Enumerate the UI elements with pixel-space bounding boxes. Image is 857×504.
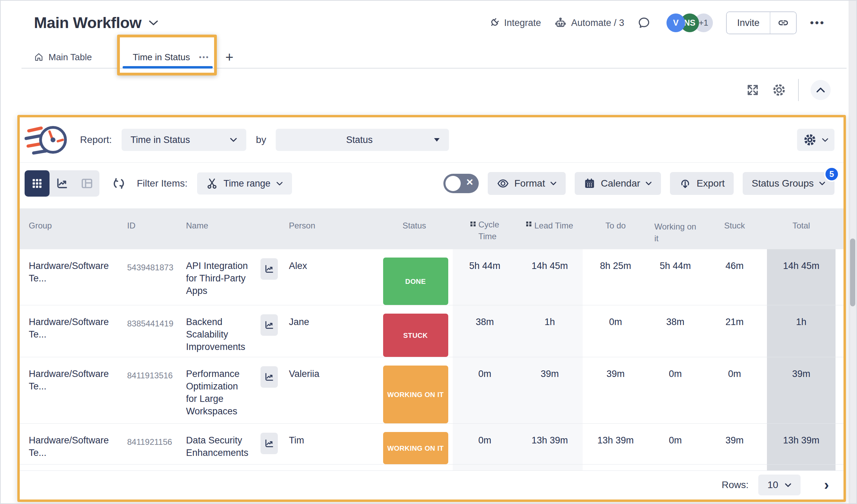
- integrate-button[interactable]: Integrate: [487, 17, 541, 29]
- chart-icon: [264, 320, 274, 330]
- cell-id: 8385441419: [124, 305, 181, 357]
- cell-id: 8411913516: [124, 357, 181, 423]
- integrate-label: Integrate: [504, 18, 541, 28]
- triangle-down-icon: [434, 138, 440, 142]
- controls-divider: [798, 79, 799, 101]
- time-in-status-widget: Report: Time in Status by Status: [20, 117, 843, 500]
- col-header-stuck[interactable]: Stuck: [702, 208, 767, 249]
- cell-cycle-time: 5h 44m: [453, 249, 517, 305]
- table-row[interactable]: Hardware/Software Te... 8411913516 Perfo…: [20, 357, 843, 424]
- col-header-id[interactable]: ID: [124, 208, 181, 249]
- copy-link-button[interactable]: [770, 12, 796, 34]
- eye-icon: [497, 177, 509, 190]
- col-header-todo[interactable]: To do: [583, 208, 648, 249]
- tab-time-in-status-label: Time in Status: [133, 52, 190, 63]
- table-row[interactable]: Hardware/Software Te... 5439481873 API I…: [20, 249, 843, 305]
- cell-name: Performance Optimization for Large Works…: [181, 357, 260, 423]
- col-header-name[interactable]: Name: [181, 208, 260, 249]
- status-groups-label: Status Groups: [752, 178, 814, 189]
- col-header-cycle-time[interactable]: CycleTime: [453, 208, 517, 249]
- status-badge[interactable]: DONE: [383, 258, 448, 305]
- cell-cycle-time: 38m: [453, 305, 517, 357]
- rows-per-page-value: 10: [767, 479, 778, 490]
- status-badge[interactable]: STUCK: [383, 314, 448, 357]
- open-item-chart-button[interactable]: [260, 433, 278, 454]
- col-header-total[interactable]: Total: [767, 208, 836, 249]
- toggle-switch[interactable]: ×: [443, 174, 479, 193]
- chat-button[interactable]: [637, 16, 651, 29]
- rows-label: Rows:: [722, 479, 749, 490]
- table-row[interactable]: Hardware/Software Te... 8385441419 Backe…: [20, 305, 843, 357]
- group-by-select[interactable]: Status: [276, 129, 449, 151]
- table-header-row: Group ID Name Person Status CycleTime Le…: [20, 208, 843, 249]
- table-footer: Rows: 10 ›: [20, 471, 843, 499]
- toggle-x-icon: ×: [466, 175, 473, 189]
- calendar-label: Calendar: [601, 178, 640, 189]
- group-by-value: Status: [285, 135, 434, 145]
- cell-stuck: 0m: [702, 357, 767, 423]
- status-groups-button[interactable]: Status Groups 5: [743, 172, 834, 195]
- widget-settings-button[interactable]: [797, 129, 834, 151]
- tab-time-in-status[interactable]: Time in Status: [133, 52, 190, 63]
- report-type-select[interactable]: Time in Status: [122, 129, 246, 151]
- chart-view-button[interactable]: [50, 170, 74, 197]
- next-page-button[interactable]: ›: [824, 478, 829, 492]
- active-tab-underline: [123, 66, 213, 69]
- chevron-down-icon: [822, 138, 829, 142]
- toolbar-right-group: × Format Calendar: [443, 172, 834, 195]
- cell-stuck: 39m: [702, 424, 767, 464]
- cell-todo: 0m: [583, 305, 648, 357]
- page-scrollbar[interactable]: [849, 1, 856, 503]
- filter-items-label: Filter Items:: [137, 178, 187, 189]
- gear-icon[interactable]: [772, 83, 786, 97]
- avatar-stack[interactable]: V NS +1: [666, 14, 713, 32]
- open-item-chart-button[interactable]: [260, 258, 278, 280]
- col-header-person[interactable]: Person: [285, 208, 378, 249]
- integrate-plug-icon: [487, 17, 500, 29]
- table-row[interactable]: Hardware/Software Te... 8411921156 Data …: [20, 424, 843, 465]
- cell-todo: 8h 25m: [583, 249, 648, 305]
- cell-working: 5h 44m: [648, 249, 702, 305]
- chevron-down-icon: [148, 20, 159, 26]
- calendar-button[interactable]: Calendar: [575, 172, 661, 195]
- col-header-status[interactable]: Status: [378, 208, 453, 249]
- col-header-group[interactable]: Group: [20, 208, 124, 249]
- rows-per-page-select[interactable]: 10: [758, 475, 801, 495]
- tab-main-table[interactable]: Main Table: [34, 52, 92, 63]
- cell-working: 0m: [648, 357, 702, 423]
- expand-fullscreen-icon[interactable]: [745, 83, 760, 97]
- cell-lead-time: 14h 45m: [517, 249, 583, 305]
- board-title-menu[interactable]: Main Workflow: [34, 14, 159, 32]
- page-scrollbar-thumb[interactable]: [850, 238, 855, 306]
- add-tab-button[interactable]: +: [226, 50, 233, 65]
- col-header-working[interactable]: Working onit: [648, 208, 702, 249]
- cell-todo: 39m: [583, 357, 648, 423]
- layout-view-button[interactable]: [74, 170, 99, 197]
- gear-icon: [803, 133, 817, 147]
- invite-button[interactable]: Invite: [727, 12, 770, 34]
- cell-total: 14h 45m: [767, 249, 836, 305]
- status-badge[interactable]: WORKING ON IT: [383, 432, 448, 464]
- more-options-button[interactable]: •••: [810, 17, 825, 29]
- header-actions: Integrate Automate / 3 V NS +1 Invite: [487, 11, 825, 34]
- chart-icon: [264, 372, 274, 382]
- collapse-widget-button[interactable]: [811, 80, 831, 100]
- scissors-icon: [206, 178, 218, 189]
- export-button[interactable]: Export: [670, 172, 734, 195]
- cell-stuck: 21m: [702, 305, 767, 357]
- status-badge[interactable]: WORKING ON IT: [383, 366, 448, 423]
- time-range-label: Time range: [223, 178, 271, 189]
- tab-options-button[interactable]: •••: [199, 53, 209, 61]
- cell-person: Tim: [285, 424, 378, 464]
- time-range-filter[interactable]: Time range: [197, 172, 292, 195]
- col-header-lead-time[interactable]: Lead Time: [517, 208, 583, 249]
- open-item-chart-button[interactable]: [260, 314, 278, 336]
- cell-person: Alex: [285, 249, 378, 305]
- format-button[interactable]: Format: [488, 172, 566, 195]
- chevron-down-icon: [819, 181, 825, 186]
- refresh-button[interactable]: [112, 177, 126, 190]
- grid-view-button[interactable]: [25, 170, 50, 197]
- open-item-chart-button[interactable]: [260, 366, 278, 388]
- automate-button[interactable]: Automate / 3: [554, 17, 624, 29]
- chevron-down-icon: [230, 137, 237, 142]
